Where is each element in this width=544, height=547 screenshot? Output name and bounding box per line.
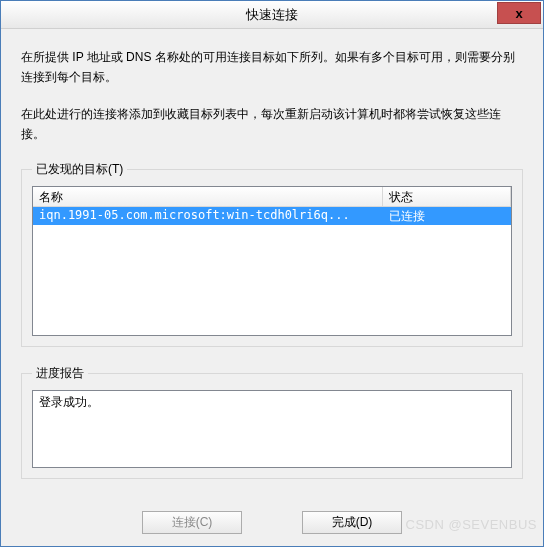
table-row[interactable]: iqn.1991-05.com.microsoft:win-tcdh0lri6q… bbox=[33, 207, 511, 225]
column-header-status[interactable]: 状态 bbox=[383, 187, 511, 206]
connect-button[interactable]: 连接(C) bbox=[142, 511, 242, 534]
progress-message: 登录成功。 bbox=[39, 395, 99, 409]
info-paragraph-1: 在所提供 IP 地址或 DNS 名称处的可用连接目标如下所列。如果有多个目标可用… bbox=[21, 47, 523, 88]
info-paragraph-2: 在此处进行的连接将添加到收藏目标列表中，每次重新启动该计算机时都将尝试恢复这些连… bbox=[21, 104, 523, 145]
progress-textbox: 登录成功。 bbox=[32, 390, 512, 468]
button-row: 连接(C) 完成(D) bbox=[1, 511, 543, 534]
close-icon: x bbox=[515, 6, 522, 21]
titlebar: 快速连接 x bbox=[1, 1, 543, 29]
targets-list[interactable]: 名称 状态 iqn.1991-05.com.microsoft:win-tcdh… bbox=[32, 186, 512, 336]
column-header-name[interactable]: 名称 bbox=[33, 187, 383, 206]
progress-group: 进度报告 登录成功。 bbox=[21, 365, 523, 479]
discovered-targets-group: 已发现的目标(T) 名称 状态 iqn.1991-05.com.microsof… bbox=[21, 161, 523, 347]
done-button[interactable]: 完成(D) bbox=[302, 511, 402, 534]
targets-list-header: 名称 状态 bbox=[33, 187, 511, 207]
discovered-targets-legend: 已发现的目标(T) bbox=[32, 161, 127, 178]
dialog-content: 在所提供 IP 地址或 DNS 名称处的可用连接目标如下所列。如果有多个目标可用… bbox=[1, 29, 543, 546]
dialog-title: 快速连接 bbox=[246, 6, 298, 24]
cell-name: iqn.1991-05.com.microsoft:win-tcdh0lri6q… bbox=[33, 207, 383, 225]
quick-connect-dialog: 快速连接 x 在所提供 IP 地址或 DNS 名称处的可用连接目标如下所列。如果… bbox=[0, 0, 544, 547]
cell-status: 已连接 bbox=[383, 207, 511, 225]
progress-legend: 进度报告 bbox=[32, 365, 88, 382]
close-button[interactable]: x bbox=[497, 2, 541, 24]
